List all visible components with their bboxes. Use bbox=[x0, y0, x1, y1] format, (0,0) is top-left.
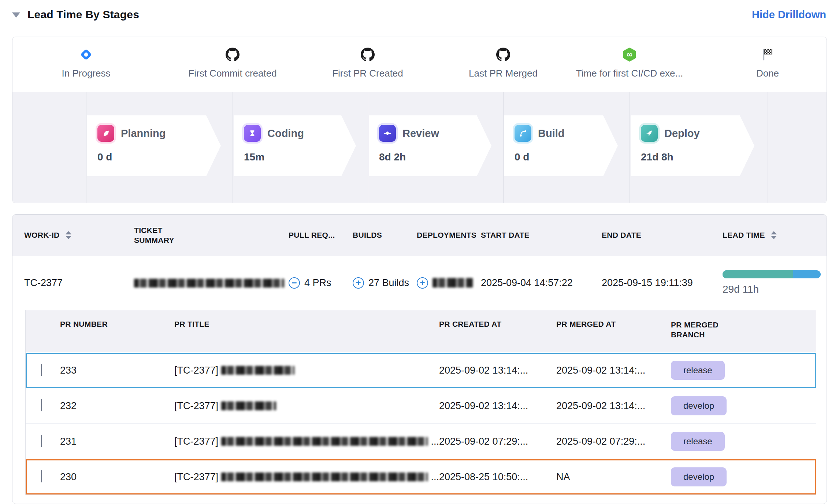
coding-icon bbox=[244, 125, 261, 142]
start-date-cell: 2025-09-04 14:57:22 bbox=[481, 277, 602, 289]
expand-chevron-icon[interactable] bbox=[41, 399, 42, 411]
stage-divider bbox=[503, 92, 504, 203]
expand-plus-icon[interactable]: + bbox=[353, 277, 364, 289]
pr-merged-cell: 2025-09-02 07:29:... bbox=[556, 436, 671, 447]
stage-duration: 0 d bbox=[97, 151, 211, 163]
column-pull-requests: PULL REQ... bbox=[289, 231, 353, 240]
column-pr-merged-branch: PR MERGED BRANCH bbox=[671, 320, 816, 340]
stage-divider bbox=[233, 92, 233, 203]
column-pr-number: PR NUMBER bbox=[60, 320, 174, 329]
stage-duration: 8d 2h bbox=[379, 151, 481, 163]
expand-plus-icon[interactable]: + bbox=[417, 277, 428, 289]
pr-title-cell: [TC-2377] bbox=[174, 365, 439, 376]
column-builds: BUILDS bbox=[353, 231, 417, 240]
stage-card-planning: Planning 0 d bbox=[87, 115, 221, 176]
pr-created-cell: 2025-09-02 13:14:... bbox=[439, 400, 556, 412]
lead-time-cell: 29d 11h bbox=[723, 270, 827, 295]
stage-card-coding: Coding 15m bbox=[234, 115, 356, 176]
hide-drilldown-link[interactable]: Hide Drilldown bbox=[752, 9, 826, 21]
stage-divider bbox=[86, 92, 86, 203]
stage-divider bbox=[768, 92, 768, 203]
pr-number-cell: 230 bbox=[60, 471, 174, 483]
stages-panel: In Progress First Commit created First P… bbox=[12, 37, 827, 203]
end-date-cell: 2025-09-15 19:11:39 bbox=[602, 277, 723, 289]
ticket-summary-cell bbox=[134, 277, 289, 289]
pr-row-232[interactable]: 232 [TC-2377] 2025-09-02 13:14:... 2025-… bbox=[26, 388, 816, 423]
pr-created-cell: 2025-08-25 10:50:... bbox=[439, 471, 556, 483]
branch-badge: release bbox=[671, 361, 725, 380]
svg-text:∞: ∞ bbox=[626, 50, 633, 59]
stage-duration: 0 d bbox=[515, 151, 608, 163]
milestone-done: Done bbox=[691, 47, 827, 79]
pr-merged-cell: NA bbox=[556, 471, 671, 483]
column-deployments: DEPLOYMENTS bbox=[417, 231, 481, 240]
pr-number-cell: 231 bbox=[60, 436, 174, 447]
stage-card-build: Build 0 d bbox=[504, 115, 618, 176]
pr-row-230[interactable]: 230 [TC-2377]... 2025-08-25 10:50:... NA… bbox=[26, 459, 816, 494]
expand-chevron-icon[interactable] bbox=[41, 470, 42, 482]
column-lead-time[interactable]: LEAD TIME bbox=[723, 231, 827, 240]
collapse-minus-icon[interactable]: − bbox=[289, 277, 300, 289]
stage-card-deploy: Deploy 21d 8h bbox=[631, 115, 754, 176]
work-row-tc-2377: TC-2377 − 4 PRs + 27 Builds + 2025-09-04… bbox=[12, 256, 827, 310]
collapse-triangle-icon[interactable] bbox=[12, 12, 20, 18]
builds-cell[interactable]: + 27 Builds bbox=[353, 277, 417, 289]
pr-table-header: PR NUMBER PR TITLE PR CREATED AT PR MERG… bbox=[26, 310, 816, 352]
milestone-row: In Progress First Commit created First P… bbox=[12, 37, 827, 92]
column-work-id[interactable]: WORK-ID bbox=[24, 231, 134, 240]
branch-badge: release bbox=[671, 432, 725, 451]
work-id-cell: TC-2377 bbox=[24, 277, 134, 289]
build-icon bbox=[515, 125, 531, 142]
redacted-text bbox=[221, 401, 276, 410]
work-table-panel: WORK-ID TICKET SUMMARY PULL REQ... BUILD… bbox=[12, 214, 827, 504]
sort-icon[interactable] bbox=[771, 231, 777, 239]
pr-created-cell: 2025-09-02 13:14:... bbox=[439, 365, 556, 376]
column-start-date: START DATE bbox=[481, 231, 602, 240]
redacted-text bbox=[221, 472, 428, 481]
column-ticket-summary: TICKET SUMMARY bbox=[134, 225, 289, 245]
finish-flag-icon bbox=[761, 47, 775, 62]
lead-time-bar-teal bbox=[723, 270, 793, 278]
redacted-text bbox=[221, 366, 294, 375]
deployments-cell[interactable]: + bbox=[417, 277, 481, 289]
milestone-first-commit: First Commit created bbox=[156, 47, 309, 79]
pr-table: PR NUMBER PR TITLE PR CREATED AT PR MERG… bbox=[25, 310, 816, 495]
planning-icon bbox=[97, 125, 114, 142]
stage-card-review: Review 8d 2h bbox=[369, 115, 491, 176]
expand-chevron-icon[interactable] bbox=[41, 435, 42, 447]
pr-number-cell: 232 bbox=[60, 400, 174, 412]
stage-duration: 21d 8h bbox=[641, 151, 744, 163]
review-icon bbox=[379, 125, 396, 142]
lead-time-bar bbox=[723, 270, 821, 278]
deploy-icon bbox=[641, 125, 658, 142]
pr-merged-cell: 2025-09-02 13:14:... bbox=[556, 400, 671, 412]
page-title: Lead Time By Stages bbox=[27, 8, 139, 21]
column-end-date: END DATE bbox=[602, 231, 723, 240]
github-icon bbox=[226, 47, 240, 62]
pr-title-cell: [TC-2377]... bbox=[174, 471, 439, 483]
pr-title-cell: [TC-2377] bbox=[174, 400, 439, 412]
sort-icon[interactable] bbox=[66, 231, 71, 239]
pull-requests-cell[interactable]: − 4 PRs bbox=[289, 277, 353, 289]
pr-number-cell: 233 bbox=[60, 365, 174, 376]
pr-row-231[interactable]: 231 [TC-2377]... 2025-09-02 07:29:... 20… bbox=[26, 423, 816, 459]
stage-duration: 15m bbox=[244, 151, 346, 163]
cicd-icon: ∞ bbox=[622, 47, 637, 62]
column-pr-title: PR TITLE bbox=[174, 320, 439, 329]
milestone-first-pr: First PR Created bbox=[291, 47, 445, 79]
stage-divider bbox=[368, 92, 368, 203]
branch-badge: develop bbox=[671, 467, 727, 486]
expand-chevron-icon[interactable] bbox=[41, 364, 42, 376]
pr-created-cell: 2025-09-02 07:29:... bbox=[439, 436, 556, 447]
lead-time-value: 29d 11h bbox=[723, 284, 821, 295]
redacted-text bbox=[134, 279, 284, 288]
milestone-in-progress: In Progress bbox=[12, 47, 163, 79]
pr-row-233[interactable]: 233 [TC-2377] 2025-09-02 13:14:... 2025-… bbox=[26, 352, 816, 388]
milestone-cicd: ∞ Time for first CI/CD exe... bbox=[553, 47, 706, 79]
redacted-text bbox=[221, 437, 428, 446]
jira-icon bbox=[79, 47, 93, 62]
pr-merged-cell: 2025-09-02 13:14:... bbox=[556, 365, 671, 376]
lead-time-drilldown-page: Lead Time By Stages Hide Drilldown In Pr… bbox=[0, 0, 839, 504]
page-header: Lead Time By Stages Hide Drilldown bbox=[12, 0, 827, 23]
work-table-header: WORK-ID TICKET SUMMARY PULL REQ... BUILD… bbox=[12, 215, 827, 256]
